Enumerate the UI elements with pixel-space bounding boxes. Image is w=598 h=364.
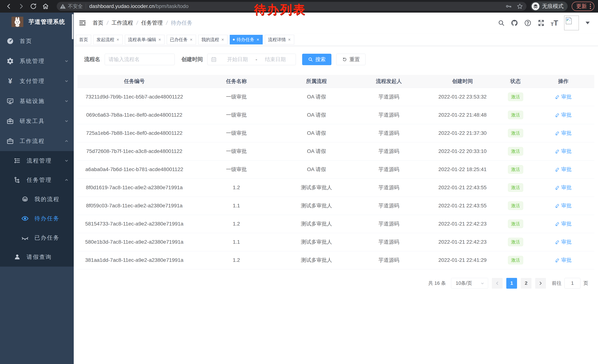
status-badge: 激活 xyxy=(508,93,523,101)
approve-button[interactable]: 审批 xyxy=(555,257,572,264)
search-button[interactable]: 搜索 xyxy=(302,54,332,65)
table-row: 73211d9d-7b9b-11ec-b5b7-acde48001122一级审批… xyxy=(77,88,594,106)
sidebar-item-task-management[interactable]: 任务管理 xyxy=(0,170,74,190)
close-icon[interactable]: × xyxy=(288,37,291,42)
chevron-up-icon xyxy=(64,139,69,144)
approve-button[interactable]: 审批 xyxy=(555,184,572,191)
page-content: 流程名 创建时间 开始日期 - 结束日期 搜索 重置 xyxy=(74,46,598,364)
avatar[interactable] xyxy=(564,16,579,30)
breadcrumb-workflow[interactable]: 工作流程 xyxy=(112,19,133,27)
tag-my-process[interactable]: 我的流程× xyxy=(198,35,227,44)
col-status: 状态 xyxy=(499,75,532,88)
tag-process-detail[interactable]: 流程详情× xyxy=(265,35,294,44)
close-icon[interactable]: × xyxy=(221,37,224,42)
browser-forward-icon[interactable] xyxy=(17,3,25,10)
tag-done-tasks[interactable]: 已办任务× xyxy=(167,35,196,44)
approve-button[interactable]: 审批 xyxy=(555,129,572,137)
eye-icon xyxy=(21,215,29,222)
prev-page-button[interactable] xyxy=(492,278,503,289)
page-button-1[interactable]: 1 xyxy=(506,278,517,289)
top-navbar: 首页 / 工作流程 / 任务管理 / 待办任务 xyxy=(74,13,598,33)
sidebar-item-done-tasks[interactable]: 已办任务 xyxy=(0,228,74,247)
todo-list-annotation: 待办列表 xyxy=(254,1,306,18)
close-icon[interactable]: × xyxy=(116,37,119,42)
app-logo[interactable]: 芋道管理系统 xyxy=(0,13,74,31)
people-icon xyxy=(21,195,29,203)
breadcrumb-task-management[interactable]: 任务管理 xyxy=(141,19,163,27)
monitor-icon xyxy=(6,97,15,105)
sidebar-item-process-management[interactable]: 流程管理 xyxy=(0,151,74,170)
list-icon xyxy=(13,157,22,164)
process-name-input[interactable] xyxy=(105,54,175,65)
approve-button[interactable]: 审批 xyxy=(555,238,572,245)
end-date-placeholder[interactable]: 结束日期 xyxy=(258,56,292,63)
sidebar-item-my-process[interactable]: 我的流程 xyxy=(0,190,74,209)
sidebar-scrollbar[interactable] xyxy=(72,14,73,39)
help-icon[interactable] xyxy=(524,19,532,27)
approve-button[interactable]: 审批 xyxy=(555,202,572,209)
sidebar-item-leave-query[interactable]: 请假查询 xyxy=(0,247,74,267)
yen-icon: ¥ xyxy=(6,78,15,85)
sidebar-item-payment[interactable]: ¥ 支付管理 xyxy=(0,71,74,91)
tag-form-edit[interactable]: 流程表单-编辑× xyxy=(125,35,165,44)
table-row: 8f0d1619-7ac8-11ec-a9e2-a2380e71991a1.2测… xyxy=(77,178,594,197)
gear-icon xyxy=(6,57,15,65)
sidebar-menu: 首页 系统管理 ¥ 支付管理 基础设施 xyxy=(0,31,74,267)
avatar-dropdown-caret[interactable] xyxy=(586,22,590,24)
approve-button[interactable]: 审批 xyxy=(555,220,572,227)
user-icon xyxy=(13,253,22,260)
approve-button[interactable]: 审批 xyxy=(555,166,572,173)
security-label: 不安全 xyxy=(68,3,83,10)
date-range-picker[interactable]: 开始日期 - 结束日期 xyxy=(207,54,296,65)
update-label: 更新 xyxy=(576,3,587,10)
toolbox-icon xyxy=(6,117,15,125)
security-warning-icon[interactable] xyxy=(60,3,66,9)
browser-back-icon[interactable] xyxy=(5,3,13,10)
goto-label: 前往 xyxy=(552,280,562,286)
incognito-badge: 无痕模式 xyxy=(531,1,568,11)
tag-start-process[interactable]: 发起流程× xyxy=(93,35,123,44)
page-size-select[interactable]: 10条/页 xyxy=(451,278,488,289)
tag-home[interactable]: 首页 xyxy=(76,35,91,44)
chevron-down-icon xyxy=(64,158,69,163)
table-row: 725a1eb6-7b88-11ec-8ef0-acde48001122一级审批… xyxy=(77,124,594,142)
bookmark-star-icon[interactable] xyxy=(516,3,523,10)
create-time-label: 创建时间 xyxy=(181,56,203,63)
breadcrumb-home[interactable]: 首页 xyxy=(93,19,103,27)
search-icon[interactable] xyxy=(498,19,505,26)
sidebar-item-home[interactable]: 首页 xyxy=(0,31,74,51)
github-icon[interactable] xyxy=(511,19,518,27)
fullscreen-icon[interactable] xyxy=(537,19,545,27)
tag-todo-tasks[interactable]: 待办任务× xyxy=(230,35,263,44)
col-actions: 操作 xyxy=(532,75,594,88)
sidebar-item-system[interactable]: 系统管理 xyxy=(0,51,74,71)
page-button-2[interactable]: 2 xyxy=(521,278,532,289)
browser-menu-icon[interactable] xyxy=(590,4,591,9)
approve-button[interactable]: 审批 xyxy=(555,148,572,155)
start-date-placeholder[interactable]: 开始日期 xyxy=(220,56,254,63)
reset-button[interactable]: 重置 xyxy=(336,54,365,65)
status-badge: 激活 xyxy=(508,202,523,210)
browser-reload-icon[interactable] xyxy=(30,3,37,10)
goto-page-input[interactable] xyxy=(565,278,580,289)
close-icon[interactable]: × xyxy=(256,37,259,42)
key-icon[interactable] xyxy=(505,3,512,9)
sidebar-item-infrastructure[interactable]: 基础设施 xyxy=(0,91,74,111)
chevron-down-icon xyxy=(64,79,69,83)
close-icon[interactable]: × xyxy=(158,37,161,42)
calendar-icon xyxy=(211,57,217,62)
close-icon[interactable]: × xyxy=(190,37,193,42)
browser-home-icon[interactable] xyxy=(42,3,49,10)
status-badge: 激活 xyxy=(508,183,523,192)
sidebar-item-devtools[interactable]: 研发工具 xyxy=(0,111,74,131)
table-row: 069c6a63-7b8a-11ec-8ef0-acde48001122一级审批… xyxy=(77,106,594,124)
next-page-button[interactable] xyxy=(535,278,546,289)
tree-icon xyxy=(13,177,22,184)
sidebar-item-workflow[interactable]: 工作流程 xyxy=(0,131,74,151)
approve-button[interactable]: 审批 xyxy=(555,112,572,119)
sidebar-collapse-icon[interactable] xyxy=(79,19,86,27)
browser-update-button[interactable]: 更新 xyxy=(572,2,594,11)
sidebar-item-todo-tasks[interactable]: 待办任务 xyxy=(0,209,74,228)
font-size-icon[interactable]: TT xyxy=(551,19,558,27)
approve-button[interactable]: 审批 xyxy=(555,93,572,100)
